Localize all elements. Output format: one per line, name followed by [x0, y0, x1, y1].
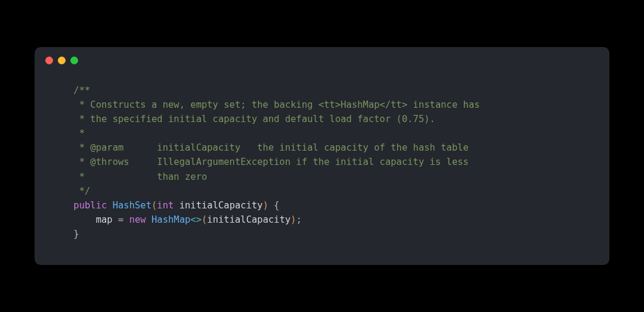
comment-line: *: [51, 128, 85, 139]
semi: ;: [296, 214, 302, 225]
generics: <>: [190, 214, 202, 225]
comment-line: * Constructs a new, empty set; the backi…: [51, 99, 480, 110]
param-ref: initialCapacity: [207, 214, 290, 225]
rparen: ): [263, 200, 268, 211]
comment-line: * the specified initial capacity and def…: [51, 114, 435, 124]
rparen: ): [290, 214, 296, 225]
indent: [51, 200, 73, 211]
keyword-new: new: [129, 214, 146, 225]
lparen: (: [202, 214, 207, 225]
comment-line: */: [51, 186, 90, 196]
rbrace: }: [73, 229, 79, 239]
close-icon[interactable]: [45, 57, 53, 64]
comment-line: /**: [51, 85, 90, 96]
comment-line: * @throws IllegalArgumentException if th…: [51, 157, 469, 167]
minimize-icon[interactable]: [58, 57, 66, 64]
param-name: initialCapacity: [179, 200, 263, 211]
keyword-int: int: [157, 200, 174, 211]
ident-map: map: [96, 214, 113, 225]
code-window: /** * Constructs a new, empty set; the b…: [35, 47, 609, 264]
type-hashmap: HashMap: [151, 214, 190, 225]
type-hashset: HashSet: [113, 200, 151, 211]
space: [107, 200, 112, 211]
code-content: /** * Constructs a new, empty set; the b…: [35, 69, 609, 264]
indent: [51, 214, 96, 225]
lparen: (: [151, 200, 157, 211]
indent: [51, 229, 73, 239]
space: [174, 200, 179, 211]
maximize-icon[interactable]: [70, 57, 78, 64]
comment-line: * @param initialCapacity the initial cap…: [51, 142, 469, 153]
comment-line: * than zero: [51, 171, 207, 182]
window-titlebar: [35, 47, 609, 69]
space: [146, 214, 151, 225]
equals: =: [113, 214, 129, 225]
lbrace: {: [268, 200, 280, 211]
keyword-public: public: [73, 200, 107, 211]
